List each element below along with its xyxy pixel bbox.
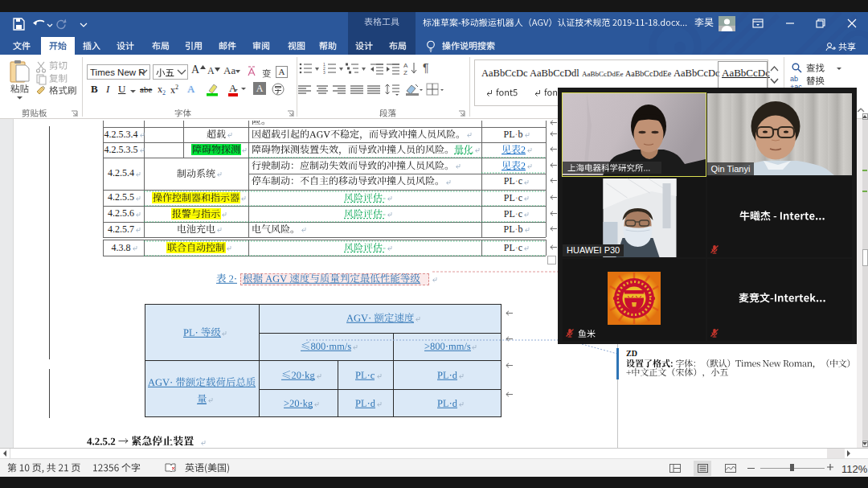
svg-text:Z: Z: [403, 69, 407, 76]
svg-text:A: A: [403, 62, 408, 69]
svg-text:3: 3: [323, 70, 326, 75]
